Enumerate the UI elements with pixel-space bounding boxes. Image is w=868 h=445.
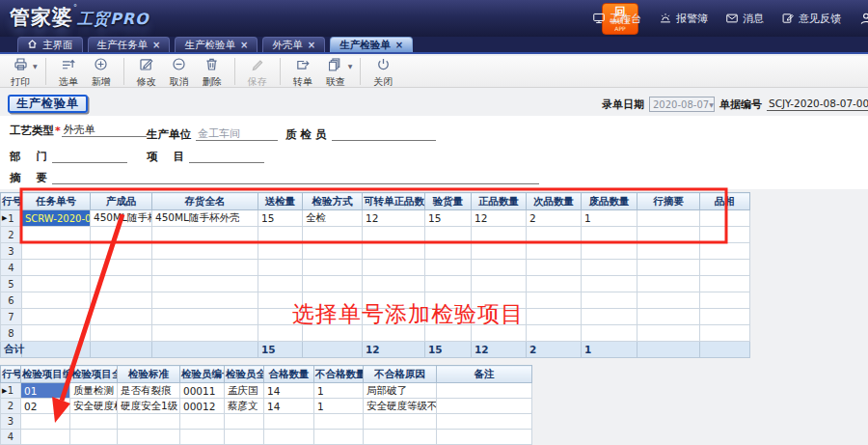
cell-fail-qty[interactable]: 1 (314, 399, 364, 414)
cell-item-name[interactable]: 质量检测 (70, 383, 118, 399)
select-order-button[interactable]: 选单 (52, 56, 85, 87)
cell[interactable] (472, 243, 527, 260)
nav-workbench[interactable]: 工作台 (592, 12, 641, 26)
cell[interactable] (700, 276, 750, 292)
cell-fail-reason[interactable]: 安全硬度等级不够 (364, 399, 437, 414)
row-number-cell[interactable]: ▶1 (1, 210, 22, 227)
cell[interactable] (152, 325, 258, 342)
cell[interactable] (527, 243, 582, 260)
cell[interactable] (527, 292, 582, 309)
cell[interactable] (472, 260, 527, 276)
cell[interactable] (21, 414, 70, 430)
cell[interactable] (152, 276, 258, 292)
cell[interactable] (91, 260, 152, 276)
dept-field[interactable] (52, 149, 127, 163)
cell[interactable] (225, 414, 264, 430)
cell[interactable] (425, 243, 472, 260)
cell[interactable] (314, 414, 364, 430)
cell[interactable] (303, 309, 363, 325)
tab-inspection-1[interactable]: 生产检验单 × (175, 37, 258, 52)
cell[interactable] (264, 430, 314, 445)
cell[interactable] (425, 309, 472, 325)
cell-transferable[interactable]: 12 (363, 210, 425, 227)
cell[interactable] (582, 276, 637, 292)
cell[interactable] (700, 260, 750, 276)
cell[interactable] (152, 292, 258, 309)
cell[interactable] (303, 276, 363, 292)
nav-more-partial[interactable] (858, 11, 868, 26)
cell[interactable] (363, 276, 425, 292)
cell[interactable] (152, 309, 258, 325)
row-number-cell[interactable]: ▶1 (1, 383, 21, 399)
cell[interactable] (91, 309, 152, 325)
cell-method[interactable]: 全检 (303, 210, 363, 227)
summary-field[interactable] (52, 170, 539, 184)
record-date-select[interactable]: 2020-08-07 ▼ (649, 97, 715, 112)
cell[interactable] (303, 243, 363, 260)
cell-remark[interactable] (437, 383, 532, 399)
cell[interactable] (303, 227, 363, 243)
cell[interactable] (364, 430, 437, 445)
close-icon[interactable]: × (240, 41, 248, 50)
prod-unit-field[interactable]: 金工车间 (196, 126, 278, 141)
cell[interactable] (437, 430, 532, 445)
modify-button[interactable]: 修改 (130, 56, 163, 87)
cell[interactable] (425, 325, 472, 342)
cell[interactable] (363, 309, 425, 325)
cell-task-no[interactable]: SCRW-2020-08-07-0 (22, 210, 91, 227)
cell[interactable] (527, 325, 582, 342)
cell-grade[interactable] (700, 210, 750, 227)
close-icon[interactable]: × (308, 41, 315, 50)
cell[interactable] (637, 309, 700, 325)
cell[interactable] (527, 276, 582, 292)
cell[interactable] (637, 292, 700, 309)
cell[interactable] (637, 243, 700, 260)
cell[interactable] (582, 243, 637, 260)
cell[interactable] (91, 276, 152, 292)
delete-button[interactable]: 删除 (196, 56, 229, 87)
cell-inspector-code[interactable]: 00012 (180, 399, 225, 414)
cell[interactable] (637, 227, 700, 243)
cell[interactable] (258, 260, 303, 276)
cell-good-qty[interactable]: 12 (472, 210, 527, 227)
cell-remark[interactable] (437, 399, 532, 414)
print-dropdown-arrow[interactable]: ▼ (33, 63, 38, 70)
cell[interactable] (700, 325, 750, 342)
cell[interactable] (363, 292, 425, 309)
cell-item-code[interactable]: 02 (21, 399, 70, 414)
save-button[interactable]: 保存 (241, 56, 274, 87)
cell[interactable] (22, 292, 91, 309)
cell-row-summary[interactable] (637, 210, 700, 227)
cell[interactable] (22, 276, 91, 292)
cell[interactable] (363, 260, 425, 276)
tab-home[interactable]: 主界面 (17, 37, 83, 52)
cell[interactable] (363, 243, 425, 260)
cell[interactable] (425, 276, 472, 292)
project-field[interactable] (189, 149, 264, 163)
row-number-cell[interactable]: 4 (1, 260, 22, 276)
close-icon[interactable]: × (395, 41, 403, 50)
cell[interactable] (582, 325, 637, 342)
cell-qty-checked[interactable]: 15 (425, 210, 472, 227)
cell[interactable] (22, 260, 91, 276)
cell-pass-qty[interactable]: 14 (264, 399, 314, 414)
cell[interactable] (637, 325, 700, 342)
print-button[interactable]: 打印 (4, 56, 37, 87)
cell[interactable] (258, 243, 303, 260)
row-number-cell[interactable]: 3 (1, 414, 21, 430)
row-number-cell[interactable]: 4 (1, 430, 21, 445)
cell-inspector-name[interactable]: 孟庆国 (225, 383, 264, 399)
nav-messages[interactable]: 消息 (725, 12, 764, 26)
cell[interactable] (582, 309, 637, 325)
cell-fail-reason[interactable]: 局部破了 (364, 383, 437, 399)
cell[interactable] (527, 260, 582, 276)
cell[interactable] (437, 414, 532, 430)
row-number-cell[interactable]: 6 (1, 292, 22, 309)
cell-item-name[interactable]: 安全硬度检验 (70, 399, 118, 414)
row-number-cell[interactable]: 7 (1, 309, 22, 325)
cell[interactable] (472, 292, 527, 309)
cell[interactable] (91, 292, 152, 309)
cell[interactable] (364, 414, 437, 430)
cell[interactable] (425, 260, 472, 276)
row-number-cell[interactable]: 8 (1, 325, 22, 342)
